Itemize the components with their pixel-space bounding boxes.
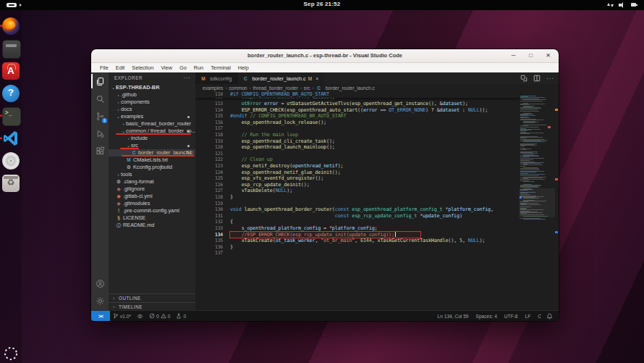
code-line-132[interactable]: 132{ [195, 219, 520, 225]
dock-item-files[interactable] [2, 40, 20, 57]
notifications-bell-icon[interactable] [546, 313, 553, 320]
code-line-125[interactable]: 125 esp_vfs_eventfd_unregister(); [195, 175, 520, 182]
code-line-122[interactable]: 122 // Clean up [195, 157, 520, 163]
breadcrumb-common[interactable]: common [229, 85, 247, 91]
code-line-123[interactable]: 123 esp_netif_destroy(openthread_netif); [195, 163, 520, 170]
code-line-117[interactable]: 117 [195, 125, 520, 132]
code-line-118[interactable]: 118 // Run the main loop [195, 132, 520, 138]
tree-item-readme-md[interactable]: ⓘREADME.md [109, 222, 195, 229]
volume-icon[interactable] [619, 1, 626, 9]
cursor-position[interactable]: Ln 134, Col 59 [436, 314, 471, 319]
tree-item-common-thread-border-ro-[interactable]: ⌄common / thread_border_ro... [109, 128, 195, 135]
menu-view[interactable]: View [157, 64, 176, 71]
tree-item-cmakelists-txt[interactable]: MCMakeLists.txt [109, 157, 195, 164]
code-line-130[interactable]: 130void launch_openthread_border_router(… [195, 206, 520, 213]
menu-go[interactable]: Go [176, 64, 190, 71]
code-line-119[interactable]: 119 esp_openthread_cli_create_task(); [195, 138, 520, 145]
maximize-button[interactable]: □ [526, 51, 535, 60]
indentation[interactable]: Spaces: 4 [474, 314, 499, 319]
dock-item-firefox[interactable] [2, 17, 20, 35]
menu-selection[interactable]: Selection [128, 64, 157, 71]
clock[interactable]: Sep 26 21:52 [0, 1, 644, 7]
split-editor-icon[interactable] [533, 75, 541, 82]
tree-item--gitmodules[interactable]: ◆.gitmodules [109, 200, 195, 207]
code-line-133[interactable]: 133 s_openthread_platform_config = *plat… [195, 225, 520, 232]
dock-item-software-store[interactable] [2, 62, 20, 80]
code-line-124[interactable]: 124 esp_openthread_netif_glue_deinit(); [195, 170, 520, 176]
tree-item-src[interactable]: ⌄src [109, 142, 195, 149]
code-line-134[interactable]: 134 //ESP_ERROR_CHECK(esp_rcp_update_ini… [195, 232, 520, 238]
tab-border-router-launch-c[interactable]: Cborder_router_launch.cM× [237, 72, 323, 84]
extensions-icon[interactable] [91, 142, 109, 159]
breadcrumb-file[interactable]: border_router_launch.c [326, 85, 375, 91]
code-line-113[interactable]: 113 otError error = otDatasetGetActiveTl… [195, 101, 520, 107]
close-button[interactable]: ✕ [543, 51, 553, 60]
tree-item--clang-format[interactable]: ⚙.clang-format [109, 178, 195, 185]
code-line-135[interactable]: 135 xTaskCreate(ot_task_worker, "ot_br_m… [195, 238, 520, 244]
tree-item-components[interactable]: ›components [109, 99, 195, 106]
code-line-126[interactable]: 126 esp_rcp_update_deinit(); [195, 182, 520, 188]
language-mode[interactable]: C [535, 314, 543, 319]
code-line-121[interactable]: 121 [195, 151, 520, 157]
breadcrumb-thread_border_router[interactable]: thread_border_router [253, 85, 298, 91]
sync-eye-item[interactable] [134, 313, 146, 320]
tree-item--github[interactable]: ›.github [109, 91, 195, 99]
code-line-110[interactable]: 110#if CONFIG_OPENTHREAD_BR_AUTO_START [195, 91, 520, 98]
menu-file[interactable]: File [96, 64, 112, 71]
encoding[interactable]: UTF-8 [502, 314, 520, 319]
system-tray[interactable] [606, 1, 638, 9]
tree-item-border-router-launch-c[interactable]: Cborder_router_launch.cM [109, 149, 195, 157]
minimap[interactable] [520, 93, 554, 311]
code-line-137[interactable]: 137 [195, 250, 520, 256]
code-line-127[interactable]: 127 vTaskDelete(NULL); [195, 188, 520, 194]
dock-item-show-applications[interactable] [2, 345, 20, 362]
code-line-129[interactable]: 129 [195, 201, 520, 207]
tree-item-license[interactable]: §LICENSE [109, 214, 195, 222]
dock-item-package-updater[interactable] [2, 175, 20, 192]
panel-outline[interactable]: ›OUTLINE [109, 293, 195, 302]
tree-root[interactable]: ⌄ESP-THREAD-BR [109, 84, 195, 91]
code-line-114[interactable]: 114 ESP_ERROR_CHECK(esp_openthread_auto_… [195, 107, 520, 114]
flask-item[interactable]: 0 [173, 313, 189, 319]
tree-item-basic-thread-border-router[interactable]: ›basic_thread_border_router [109, 120, 195, 128]
minimize-button[interactable]: ─ [509, 51, 518, 60]
menu-edit[interactable]: Edit [112, 64, 129, 71]
tree-item-kconfig-projbuild[interactable]: ⚙Kconfig.projbuild [109, 164, 195, 171]
search-icon[interactable] [91, 90, 109, 107]
dock-item-help[interactable] [2, 85, 20, 102]
tree-item--gitlab-ci-yml[interactable]: ◆.gitlab-ci.yml [109, 193, 195, 200]
tree-item-examples[interactable]: ⌄examples [109, 113, 195, 120]
menu-help[interactable]: Help [234, 64, 253, 71]
network-icon[interactable] [606, 1, 614, 9]
run-debug-icon[interactable] [91, 125, 109, 142]
code-line-136[interactable]: 136} [195, 244, 520, 251]
breadcrumb-src[interactable]: src [304, 85, 310, 91]
dock-item-disc-burner[interactable] [2, 152, 20, 170]
dock-item-vscode[interactable] [2, 130, 20, 147]
overview-ruler[interactable] [554, 91, 559, 311]
explorer-more-actions[interactable]: ··· [183, 72, 190, 84]
settings-gear-icon[interactable] [91, 292, 109, 309]
code-line-131[interactable]: 131 const esp_rcp_update_config_t *updat… [195, 213, 520, 220]
menu-terminal[interactable]: Terminal [207, 64, 234, 71]
remote-indicator[interactable]: >< [91, 311, 110, 321]
explorer-icon[interactable] [91, 72, 109, 90]
code-line-120[interactable]: 120 esp_openthread_launch_mainloop(); [195, 144, 520, 151]
dock-item-terminal[interactable] [2, 107, 20, 125]
tree-item-tools[interactable]: ›tools [109, 171, 195, 178]
battery-icon[interactable] [631, 1, 638, 9]
close-tab-icon[interactable]: × [315, 76, 318, 81]
tree-item-docs[interactable]: ›docs [109, 106, 195, 113]
code-line-115[interactable]: 115#endif // CONFIG_OPENTHREAD_BR_AUTO_S… [195, 113, 520, 120]
account-icon[interactable] [91, 275, 109, 292]
menu-run[interactable]: Run [190, 64, 207, 71]
problems-item[interactable]: 0 0 [146, 313, 173, 319]
code-line-128[interactable]: 128} [195, 194, 520, 201]
eol-sequence[interactable]: LF [523, 314, 533, 319]
source-control-icon[interactable]: 1 [91, 107, 109, 125]
tree-item-include[interactable]: ›include [109, 135, 195, 142]
more-actions-icon[interactable]: ··· [546, 75, 554, 82]
breadcrumb-examples[interactable]: examples [203, 85, 223, 91]
code-line-116[interactable]: 116 esp_openthread_lock_release(); [195, 120, 520, 126]
tab-sdkconfig[interactable]: Msdkconfig [195, 72, 237, 84]
